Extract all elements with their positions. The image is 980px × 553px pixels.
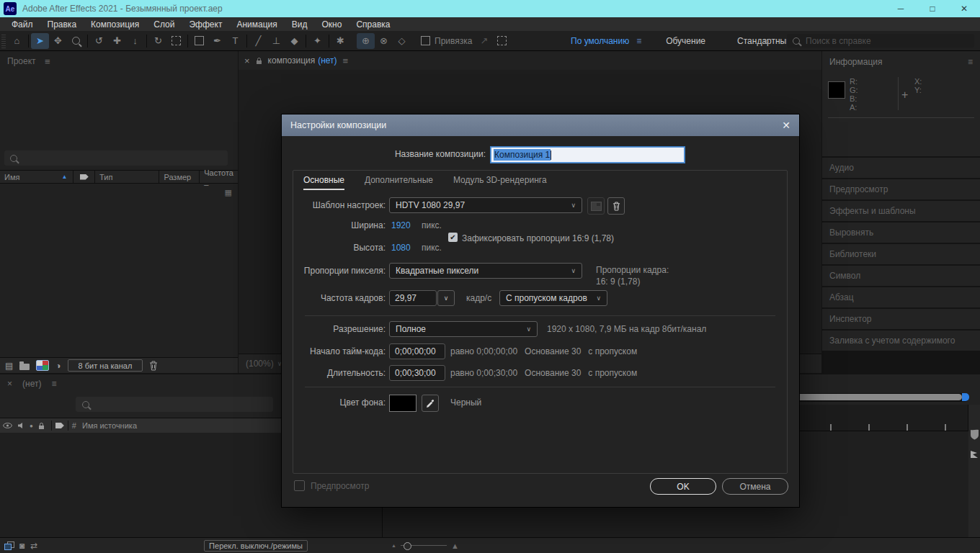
viewer-tab-label[interactable]: композиция xyxy=(268,55,316,66)
close-icon[interactable]: ✕ xyxy=(782,120,790,131)
solo-icon[interactable]: ● xyxy=(30,423,33,429)
axis-world-icon[interactable]: ⊗ xyxy=(375,33,393,49)
home-icon[interactable]: ⌂ xyxy=(8,33,26,49)
dolly-camera-tool-icon[interactable]: ↓ xyxy=(126,33,144,49)
axis-local-icon[interactable]: ⊕ xyxy=(357,33,375,49)
maximize-icon[interactable]: □ xyxy=(917,0,948,17)
panel-menu-icon[interactable]: ≡ xyxy=(343,55,349,66)
eyedropper-button[interactable] xyxy=(422,395,439,412)
axis-view-icon[interactable]: ◇ xyxy=(393,33,411,49)
time-navigator-end[interactable] xyxy=(962,393,969,401)
toolbar-separator[interactable] xyxy=(187,35,188,48)
panel-header[interactable]: Инспектор xyxy=(822,309,980,329)
panel-header[interactable]: Абзац xyxy=(822,287,980,307)
menu-item[interactable]: Справка xyxy=(349,19,397,30)
start-timecode-input[interactable]: 0;00;00;00 xyxy=(389,343,445,359)
eraser-tool-icon[interactable]: ◆ xyxy=(285,33,303,49)
new-folder-icon[interactable] xyxy=(19,364,30,370)
drop-frame-dropdown[interactable]: С пропуском кадров ∨ xyxy=(499,290,607,306)
duration-input[interactable]: 0;00;30;00 xyxy=(389,365,445,381)
dialog-tab[interactable]: Модуль 3D-рендеринга xyxy=(453,175,547,190)
panel-header[interactable]: Выровнять xyxy=(822,222,980,243)
menu-item[interactable]: Эффект xyxy=(182,19,229,30)
workspace-menu-icon[interactable]: ≡ xyxy=(636,36,641,46)
workspace-overflow-icon[interactable]: » xyxy=(764,35,767,46)
project-panel-title[interactable]: Проект xyxy=(7,56,36,66)
footage-icon[interactable]: ▤ xyxy=(5,361,13,371)
height-value[interactable]: 1080 xyxy=(391,243,411,253)
eye-icon[interactable] xyxy=(3,423,12,428)
dialog-tab[interactable]: Дополнительные xyxy=(365,175,433,190)
selection-tool-icon[interactable]: ➤ xyxy=(31,33,49,49)
in-out-icon[interactable]: ⇄ xyxy=(30,541,37,551)
viewer-zoom-value[interactable]: (100%) xyxy=(246,359,274,369)
hand-tool-icon[interactable]: ✥ xyxy=(49,33,67,49)
lock-aspect-checkbox[interactable]: ✔ xyxy=(448,233,458,242)
panel-menu-icon[interactable]: ≡ xyxy=(968,57,973,67)
preview-checkbox[interactable] xyxy=(294,480,305,491)
column-size[interactable]: Размер xyxy=(159,171,200,183)
index-column[interactable]: # xyxy=(72,421,76,430)
comp-flag-icon[interactable] xyxy=(969,449,979,459)
speaker-icon[interactable] xyxy=(17,422,24,429)
timeline-search-input[interactable] xyxy=(76,397,273,412)
source-name-column[interactable]: Имя источника xyxy=(82,421,137,430)
cancel-button[interactable]: Отмена xyxy=(722,478,788,495)
workspace-tab[interactable]: По умолчанию ≡ xyxy=(558,36,654,46)
resolution-dropdown[interactable]: Полное ∨ xyxy=(389,321,538,337)
zoom-tool-icon[interactable] xyxy=(67,33,85,49)
panel-menu-icon[interactable]: ≡ xyxy=(51,379,56,389)
column-name[interactable]: Имя ▲ xyxy=(0,171,74,183)
close-tab-icon[interactable]: × xyxy=(244,55,250,66)
zoom-out-icon[interactable]: ▲ xyxy=(391,543,396,548)
toolbar-separator[interactable] xyxy=(28,35,29,48)
zoom-slider-knob[interactable] xyxy=(404,542,411,550)
project-search-input[interactable] xyxy=(4,150,228,166)
zoom-slider-track[interactable] xyxy=(401,545,447,546)
panel-header[interactable]: Предпросмотр xyxy=(822,179,980,199)
panel-header[interactable]: Библиотеки xyxy=(822,244,980,264)
clone-stamp-tool-icon[interactable]: ⊥ xyxy=(267,33,285,49)
mask-visibility-icon[interactable] xyxy=(493,33,511,49)
menu-item[interactable]: Правка xyxy=(40,19,84,30)
zoom-in-icon[interactable]: ▲ xyxy=(451,541,459,550)
orbit-camera-tool-icon[interactable]: ↺ xyxy=(90,33,108,49)
comp-marker-icon[interactable] xyxy=(970,428,979,440)
width-value[interactable]: 1920 xyxy=(391,220,411,230)
toolbar-separator[interactable] xyxy=(306,35,306,48)
label-column-icon[interactable] xyxy=(55,423,64,428)
column-type[interactable]: Тип xyxy=(95,171,159,183)
delete-preset-button[interactable] xyxy=(607,197,625,215)
menu-item[interactable]: Слой xyxy=(146,19,182,30)
sort-arrow-icon[interactable]: ▲ xyxy=(61,174,67,180)
panel-header[interactable]: Символ xyxy=(822,266,980,286)
panel-header[interactable]: Аудио xyxy=(822,158,980,178)
panel-menu-icon[interactable]: ≡ xyxy=(45,56,50,67)
flowchart-icon[interactable]: ▦ xyxy=(225,188,232,197)
type-tool-icon[interactable]: T xyxy=(226,33,244,49)
save-preset-button[interactable] xyxy=(587,197,605,215)
menu-item[interactable]: Вид xyxy=(285,19,315,30)
minimize-icon[interactable]: ─ xyxy=(885,0,917,17)
camera-roi-tool-icon[interactable] xyxy=(167,33,185,49)
dialog-title-bar[interactable]: Настройки композиции ✕ xyxy=(282,114,799,136)
panel-header[interactable]: Эффекты и шаблоны xyxy=(822,201,980,221)
menu-item[interactable]: Анимация xyxy=(229,19,284,30)
background-color-swatch[interactable] xyxy=(389,395,416,412)
roto-brush-tool-icon[interactable]: ✦ xyxy=(308,33,326,49)
toolbar-separator[interactable] xyxy=(87,35,88,48)
ok-button[interactable]: OK xyxy=(650,478,716,495)
composition-name-input[interactable]: Композиция 1 xyxy=(491,147,685,163)
graph-editor-icon[interactable]: ◙ xyxy=(19,541,24,551)
column-label[interactable] xyxy=(74,171,95,183)
rotation-tool-icon[interactable]: ↻ xyxy=(149,33,167,49)
timeline-tab[interactable]: × (нет) ≡ xyxy=(7,379,56,389)
column-rate[interactable]: Частота _ xyxy=(200,171,238,183)
preview-toggle[interactable]: Предпросмотр xyxy=(294,480,369,491)
brush-tool-icon[interactable]: ╱ xyxy=(249,33,267,49)
preset-dropdown[interactable]: HDTV 1080 29,97 ∨ xyxy=(389,197,582,213)
lock-icon[interactable] xyxy=(38,422,45,430)
snap-option-icon[interactable]: ↗ xyxy=(475,33,493,49)
close-icon[interactable]: ✕ xyxy=(948,0,980,17)
menu-item[interactable]: Файл xyxy=(4,19,40,30)
